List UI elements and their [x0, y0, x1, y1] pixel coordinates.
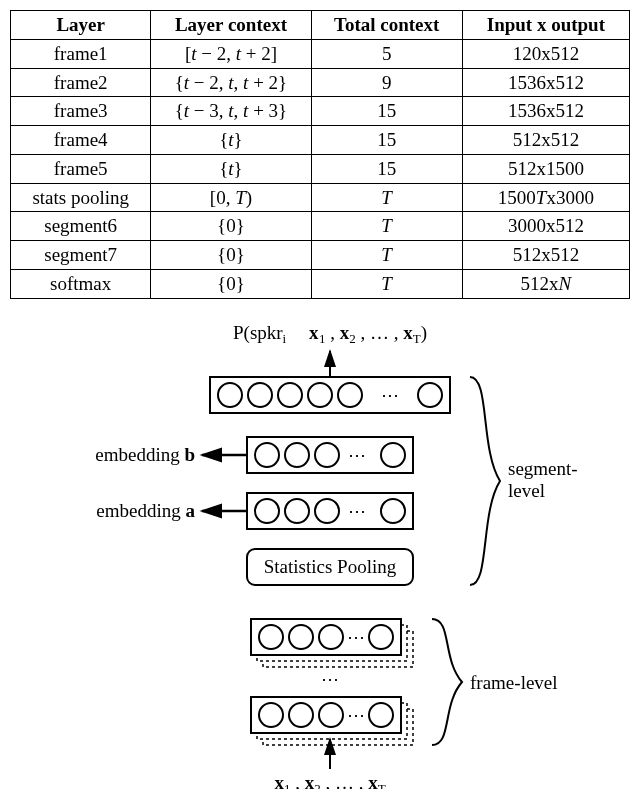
svg-point-29	[369, 625, 393, 649]
label-frame-level: frame-level	[470, 672, 558, 693]
svg-point-19	[381, 499, 405, 523]
table-cell-io: 1536x512	[462, 97, 629, 126]
layer-frame-upper: ⋯	[251, 619, 413, 667]
table-cell-layer: stats pooling	[11, 183, 151, 212]
svg-point-3	[278, 383, 302, 407]
table-row: segment7{0}T512x512	[11, 241, 630, 270]
svg-point-17	[315, 499, 339, 523]
svg-point-11	[315, 443, 339, 467]
svg-point-33	[259, 703, 283, 727]
table-row: frame3{t − 3, t, t + 3}151536x512	[11, 97, 630, 126]
layer-frame-lower: ⋯	[251, 697, 413, 745]
table-row: frame5{t}15512x1500	[11, 154, 630, 183]
table-cell-io: 1500Tx3000	[462, 183, 629, 212]
prob-label: P(spkri x1 , x2 , … , xT)	[233, 322, 427, 346]
label-segment-level: segment- level	[508, 458, 582, 501]
table-cell-total: 9	[311, 68, 462, 97]
table-cell-layer: segment6	[11, 212, 151, 241]
table-cell-layer: frame5	[11, 154, 151, 183]
svg-text:⋯: ⋯	[347, 627, 365, 647]
svg-text:⋯: ⋯	[381, 385, 399, 405]
svg-point-27	[319, 625, 343, 649]
svg-point-13	[381, 443, 405, 467]
table-cell-layer: frame2	[11, 68, 151, 97]
table-row: softmax{0}T512xN	[11, 269, 630, 298]
table-cell-total: T	[311, 241, 462, 270]
table-cell-total: T	[311, 183, 462, 212]
svg-text:⋯: ⋯	[348, 445, 366, 465]
svg-point-37	[369, 703, 393, 727]
svg-point-7	[418, 383, 442, 407]
table-cell-total: 5	[311, 39, 462, 68]
svg-text:Statistics Pooling: Statistics Pooling	[264, 556, 397, 577]
table-cell-layer: softmax	[11, 269, 151, 298]
label-embedding-b: embedding b	[95, 444, 195, 465]
table-cell-io: 512x512	[462, 126, 629, 155]
table-cell-layer: frame3	[11, 97, 151, 126]
architecture-diagram: P(spkri x1 , x2 , … , xT) ⋯ ⋯ embedding …	[50, 319, 610, 790]
table-cell-context: [t − 2, t + 2]	[151, 39, 311, 68]
table-cell-total: 15	[311, 126, 462, 155]
table-header-row: Layer Layer context Total context Input …	[11, 11, 630, 40]
svg-point-4	[308, 383, 332, 407]
table-cell-total: 15	[311, 97, 462, 126]
table-cell-io: 1536x512	[462, 68, 629, 97]
col-total-context: Total context	[311, 11, 462, 40]
svg-point-1	[218, 383, 242, 407]
svg-point-9	[255, 443, 279, 467]
svg-point-34	[289, 703, 313, 727]
table-cell-layer: frame1	[11, 39, 151, 68]
table-cell-context: {t}	[151, 154, 311, 183]
table-cell-context: [0, T)	[151, 183, 311, 212]
svg-point-15	[255, 499, 279, 523]
svg-point-16	[285, 499, 309, 523]
layer-softmax: ⋯	[210, 377, 450, 413]
table-cell-io: 120x512	[462, 39, 629, 68]
layer-stats-pooling: Statistics Pooling	[247, 549, 413, 585]
table-cell-io: 3000x512	[462, 212, 629, 241]
brace-segment-level	[470, 377, 500, 585]
svg-point-35	[319, 703, 343, 727]
table-cell-context: {t − 3, t, t + 3}	[151, 97, 311, 126]
table-cell-context: {t}	[151, 126, 311, 155]
label-embedding-a: embedding a	[96, 500, 195, 521]
svg-point-25	[259, 625, 283, 649]
col-layer: Layer	[11, 11, 151, 40]
col-layer-context: Layer context	[151, 11, 311, 40]
table-cell-total: T	[311, 269, 462, 298]
layer-segment6: ⋯	[247, 493, 413, 529]
svg-text:⋯: ⋯	[348, 501, 366, 521]
table-row: frame4{t}15512x512	[11, 126, 630, 155]
svg-point-2	[248, 383, 272, 407]
layer-segment7: ⋯	[247, 437, 413, 473]
table-row: frame2{t − 2, t, t + 2}91536x512	[11, 68, 630, 97]
table-cell-io: 512x1500	[462, 154, 629, 183]
svg-text:⋯: ⋯	[347, 705, 365, 725]
table-cell-context: {0}	[151, 269, 311, 298]
brace-frame-level	[432, 619, 462, 745]
table-cell-total: 15	[311, 154, 462, 183]
table-cell-context: {0}	[151, 212, 311, 241]
table-cell-context: {t − 2, t, t + 2}	[151, 68, 311, 97]
vertical-dots: ⋯	[321, 669, 339, 689]
table-cell-layer: frame4	[11, 126, 151, 155]
table-row: frame1[t − 2, t + 2]5120x512	[11, 39, 630, 68]
col-io: Input x output	[462, 11, 629, 40]
label-inputs: x1 , x2 , … , xT	[274, 772, 385, 790]
table-cell-context: {0}	[151, 241, 311, 270]
svg-point-5	[338, 383, 362, 407]
svg-point-26	[289, 625, 313, 649]
table-cell-io: 512xN	[462, 269, 629, 298]
svg-point-10	[285, 443, 309, 467]
table-row: stats pooling[0, T)T1500Tx3000	[11, 183, 630, 212]
table-cell-layer: segment7	[11, 241, 151, 270]
table-cell-total: T	[311, 212, 462, 241]
architecture-table: Layer Layer context Total context Input …	[10, 10, 630, 299]
table-row: segment6{0}T3000x512	[11, 212, 630, 241]
table-cell-io: 512x512	[462, 241, 629, 270]
